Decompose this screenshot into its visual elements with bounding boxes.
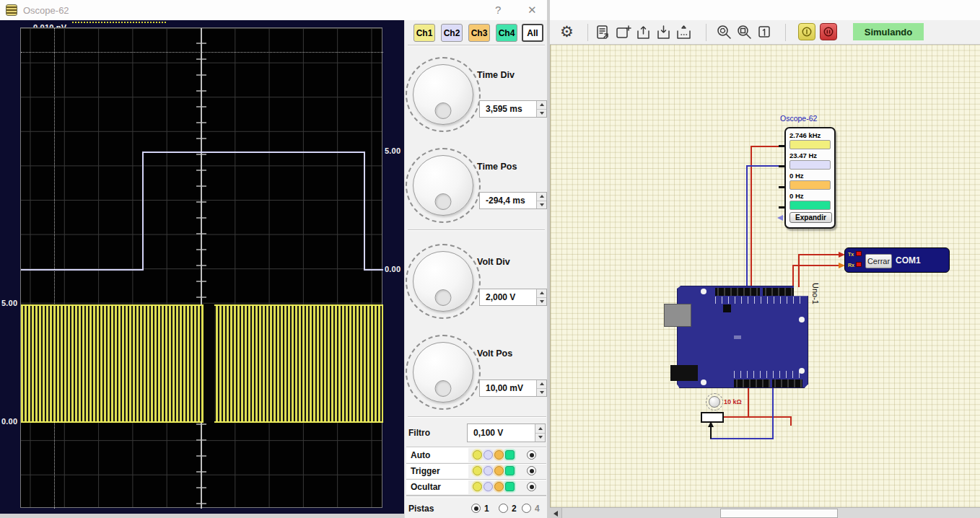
oscope-component-popup[interactable]: 2.746 kHz 23.47 Hz 0 Hz 0 Hz Expandir bbox=[784, 127, 836, 229]
time-div-knob[interactable] bbox=[406, 57, 481, 132]
time-pos-spinner[interactable] bbox=[536, 193, 546, 208]
ocultar-ch4-chip[interactable] bbox=[505, 482, 515, 491]
channel-button-ch3[interactable]: Ch3 bbox=[468, 24, 490, 42]
run-button[interactable] bbox=[798, 23, 815, 40]
cerrar-button[interactable]: Cerrar bbox=[865, 254, 892, 268]
trigger-ch1-chip[interactable] bbox=[473, 466, 482, 475]
knob-indicator bbox=[435, 102, 452, 119]
time-cursor-line bbox=[54, 28, 55, 509]
arduino-ref-label: Uno-1 bbox=[811, 283, 820, 304]
wire-blue-a0 bbox=[710, 438, 774, 439]
ocultar-ch3-chip[interactable] bbox=[494, 482, 504, 491]
export-more-icon[interactable] bbox=[675, 24, 693, 41]
smd-chip bbox=[723, 304, 731, 312]
oscilloscope-window-icon bbox=[6, 4, 17, 16]
export-up-icon[interactable] bbox=[635, 24, 652, 41]
com1-rx-led bbox=[856, 262, 862, 267]
ocultar-ch1-chip[interactable] bbox=[473, 482, 482, 491]
digital-header-left bbox=[715, 288, 760, 296]
wire-blue-a0 bbox=[772, 387, 774, 439]
proteus-application: Oscope-62 ? ✕ 0.010 pV -14.60 ms 5.00 0.… bbox=[0, 0, 980, 518]
auto-label: Auto bbox=[411, 450, 430, 460]
ch1-color-bar bbox=[789, 140, 831, 149]
auto-ch4-chip[interactable] bbox=[505, 450, 515, 460]
board-silkscreen bbox=[734, 335, 741, 339]
trigger-radio[interactable] bbox=[527, 466, 536, 475]
settings-gear-icon[interactable]: ⚙ bbox=[560, 23, 574, 40]
ocultar-ch2-chip[interactable] bbox=[484, 482, 493, 491]
com1-component[interactable]: Tx Rx Cerrar COM1 bbox=[844, 247, 950, 273]
time-pos-knob[interactable] bbox=[406, 148, 481, 223]
volt-pos-knob[interactable] bbox=[406, 335, 481, 410]
pistas-option-1: 1 bbox=[484, 504, 489, 514]
pause-button[interactable] bbox=[820, 23, 837, 40]
status-badge: Simulando bbox=[853, 23, 924, 40]
filter-spinner[interactable] bbox=[535, 424, 545, 442]
scope-window-bottom-edge bbox=[0, 514, 404, 518]
pistas-radio-4[interactable] bbox=[522, 504, 531, 513]
auto-radio[interactable] bbox=[527, 450, 536, 460]
mounting-hole bbox=[799, 368, 805, 374]
ocultar-row-label-cell: Ocultar bbox=[406, 480, 468, 494]
pistas-radio-1[interactable] bbox=[471, 504, 481, 513]
trigger-ch4-chip[interactable] bbox=[505, 466, 515, 475]
pot-adjust-dial[interactable] bbox=[709, 396, 720, 408]
wire-red-tx bbox=[798, 254, 800, 287]
power-header bbox=[734, 379, 770, 387]
time-pos-label: Time Pos bbox=[477, 162, 517, 172]
channel-button-all[interactable]: All bbox=[522, 24, 543, 42]
volt-div-knob[interactable] bbox=[406, 244, 481, 319]
usb-connector bbox=[664, 304, 691, 327]
oscilloscope-titlebar[interactable]: Oscope-62 ? ✕ bbox=[0, 0, 547, 20]
ocultar-label: Ocultar bbox=[411, 482, 441, 492]
zoom-fit-icon[interactable] bbox=[716, 24, 733, 41]
ocultar-radio[interactable] bbox=[527, 482, 536, 491]
volt-div-spinner[interactable] bbox=[536, 289, 546, 305]
volt-pos-spinner[interactable] bbox=[536, 380, 546, 396]
close-icon[interactable]: ✕ bbox=[528, 4, 537, 17]
channel-button-ch1[interactable]: Ch1 bbox=[414, 24, 435, 42]
time-div-spinner[interactable] bbox=[536, 101, 546, 117]
trigger-ch3-chip[interactable] bbox=[494, 466, 504, 475]
analog-header bbox=[772, 379, 802, 387]
horizontal-scrollbar[interactable] bbox=[550, 507, 980, 518]
volt-pos-value: 10,00 mV bbox=[480, 383, 536, 393]
edit-graph-icon[interactable] bbox=[595, 24, 612, 41]
add-new-icon[interactable] bbox=[615, 24, 632, 41]
ch2-low-level-label: 0.00 bbox=[385, 265, 401, 273]
scrollbar-thumb[interactable] bbox=[720, 509, 838, 518]
filter-value: 0,100 V bbox=[468, 428, 535, 438]
volt-div-value-field[interactable]: 2,000 V bbox=[479, 289, 547, 306]
auto-ch3-chip[interactable] bbox=[494, 450, 504, 460]
scroll-left-arrow-icon bbox=[554, 511, 558, 517]
wire-red-pot bbox=[748, 387, 749, 418]
volt-pos-value-field[interactable]: 10,00 mV bbox=[479, 379, 547, 397]
pistas-radio-2[interactable] bbox=[499, 504, 508, 513]
channel-button-ch4[interactable]: Ch4 bbox=[496, 24, 517, 42]
pot-wiper-arrow-icon bbox=[708, 421, 714, 427]
time-div-value: 3,595 ms bbox=[480, 104, 536, 114]
import-down-icon[interactable] bbox=[655, 24, 673, 41]
com1-tx-label: Tx bbox=[848, 252, 854, 257]
time-div-value-field[interactable]: 3,595 ms bbox=[479, 100, 547, 118]
trigger-ch2-chip[interactable] bbox=[484, 466, 493, 475]
wire-red-pot bbox=[724, 416, 792, 418]
section-divider bbox=[408, 229, 545, 230]
mounting-hole bbox=[701, 379, 706, 385]
auto-ch2-chip[interactable] bbox=[484, 450, 493, 460]
auto-ch1-chip[interactable] bbox=[473, 450, 482, 460]
filter-value-field[interactable]: 0,100 V bbox=[467, 423, 546, 442]
toolbar-separator bbox=[587, 24, 588, 41]
expandir-button[interactable]: Expandir bbox=[789, 212, 832, 223]
section-divider bbox=[408, 416, 546, 417]
oscope-ref-label: Oscope-62 bbox=[780, 114, 817, 123]
zoom-actual-icon[interactable] bbox=[756, 24, 774, 41]
channel-button-ch2[interactable]: Ch2 bbox=[441, 24, 463, 42]
main-titlebar[interactable]: tos Usuarios\EDGAR VIAMONTE\Desktop\Prot… bbox=[550, 0, 980, 20]
oscope-trigger-arrow-icon bbox=[777, 215, 783, 221]
time-pos-value-field[interactable]: -294,4 ms bbox=[479, 192, 547, 209]
help-button[interactable]: ? bbox=[495, 4, 501, 16]
ch2-frequency: 23.47 Hz bbox=[789, 152, 831, 159]
zoom-area-icon[interactable] bbox=[736, 24, 753, 41]
scroll-left-button[interactable] bbox=[550, 508, 562, 518]
